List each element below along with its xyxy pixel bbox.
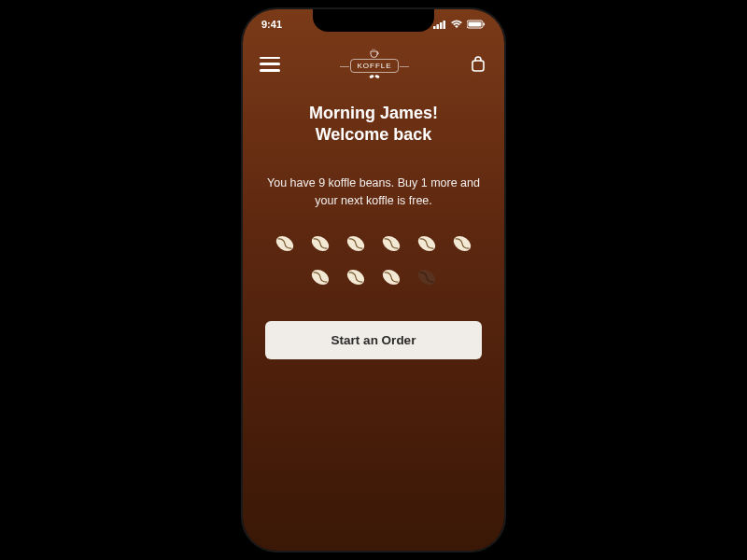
beans-icon — [368, 74, 381, 79]
svg-point-7 — [369, 75, 374, 79]
bean-filled-icon — [379, 231, 403, 256]
bean-filled-icon — [379, 265, 403, 289]
bean-filled-icon — [415, 231, 439, 256]
phone-frame: 9:41 KOFFLE Morning James! Welcome back … — [243, 9, 504, 551]
greeting-line2: Welcome back — [265, 124, 482, 146]
bean-filled-icon — [450, 231, 474, 256]
bean-filled-icon — [308, 231, 332, 256]
svg-rect-6 — [484, 23, 486, 26]
bean-filled-icon — [344, 265, 368, 289]
cart-icon[interactable] — [469, 55, 487, 74]
svg-rect-1 — [437, 24, 440, 29]
cup-icon — [369, 49, 380, 58]
device-notch — [313, 9, 434, 32]
svg-rect-2 — [440, 22, 443, 29]
status-indicators — [433, 20, 486, 29]
svg-rect-9 — [472, 61, 484, 71]
svg-point-8 — [374, 75, 380, 79]
svg-rect-5 — [469, 22, 482, 27]
bean-filled-icon — [273, 231, 297, 256]
bean-empty-icon — [415, 265, 439, 289]
brand-logo: KOFFLE — [280, 49, 469, 79]
main-content: Morning James! Welcome back You have 9 k… — [243, 103, 504, 359]
svg-rect-0 — [433, 26, 436, 29]
signal-icon — [433, 20, 446, 29]
greeting: Morning James! Welcome back — [265, 103, 482, 147]
menu-icon[interactable] — [260, 57, 280, 72]
battery-icon — [467, 20, 486, 29]
bean-filled-icon — [308, 265, 332, 289]
start-order-button[interactable]: Start an Order — [265, 321, 482, 359]
loyalty-beans-grid — [265, 231, 482, 289]
greeting-line1: Morning James! — [265, 103, 482, 124]
brand-name: KOFFLE — [350, 59, 398, 73]
app-header: KOFFLE — [243, 49, 504, 79]
bean-filled-icon — [344, 231, 368, 256]
wifi-icon — [450, 20, 463, 29]
status-time: 9:41 — [261, 19, 282, 30]
loyalty-message: You have 9 koffle beans. Buy 1 more and … — [265, 175, 482, 210]
svg-rect-3 — [444, 21, 446, 29]
